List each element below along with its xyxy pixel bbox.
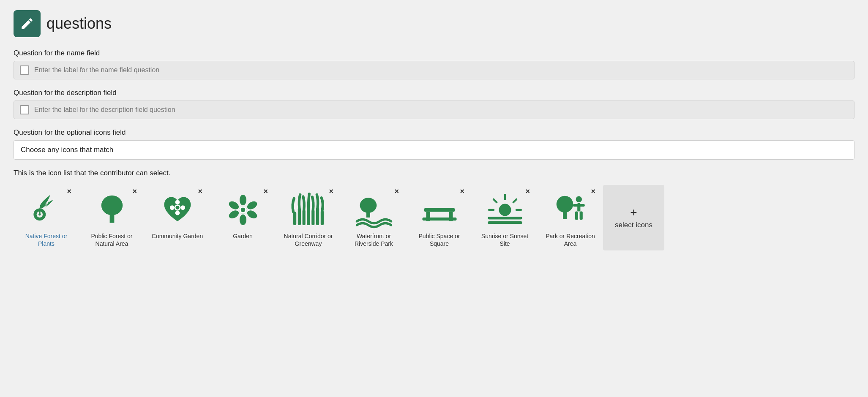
icon-list-description: This is the icon list that the contribut… [14,169,854,177]
description-field-input-row [14,101,854,119]
icon-item-garden: ×Garden [210,183,276,245]
remove-icon-public-forest[interactable]: × [132,188,137,195]
select-icons-button[interactable]: + select icons [603,185,664,250]
icon-svg-community-garden [158,191,197,229]
icon-item-native-forest: ×Native Forest or Plants [14,183,79,253]
icon-svg-garden [224,191,262,229]
icon-item-public-forest: ×Public Forest or Natural Area [79,183,145,253]
icon-label-garden: Garden [233,232,253,240]
description-field-input[interactable] [34,106,848,114]
description-field-checkbox[interactable] [20,105,29,114]
icons-field-input-row [14,140,854,160]
remove-icon-public-space[interactable]: × [460,188,464,195]
icon-list: ×Native Forest or Plants×Public Forest o… [14,183,854,253]
icon-label-waterfront: Waterfront or Riverside Park [345,232,402,247]
icon-item-park-recreation: ×Park or Recreation Area [538,183,603,253]
name-field-label: Question for the name field [14,49,854,57]
icon-item-natural-corridor: ×Natural Corridor or Greenway [276,183,341,253]
icon-label-native-forest: Native Forest or Plants [18,232,75,247]
icon-label-park-recreation: Park or Recreation Area [542,232,599,247]
remove-icon-waterfront[interactable]: × [394,188,399,195]
icon-label-public-space: Public Space or Square [411,232,468,247]
name-field-input-row [14,61,854,79]
icon-svg-native-forest [27,191,66,229]
icon-svg-sunrise [486,191,524,229]
icon-label-public-forest: Public Forest or Natural Area [83,232,140,247]
remove-icon-natural-corridor[interactable]: × [329,188,333,195]
icons-field-label: Question for the optional icons field [14,128,854,137]
icons-field-input[interactable] [21,146,847,154]
header-icon-box [14,10,41,37]
icon-svg-public-space [420,191,459,229]
icon-svg-waterfront [355,191,393,229]
remove-icon-park-recreation[interactable]: × [591,188,595,195]
remove-icon-native-forest[interactable]: × [67,188,71,195]
description-field-section: Question for the description field [14,89,854,119]
name-field-checkbox[interactable] [20,65,29,75]
select-icons-label: select icons [615,221,652,229]
icon-item-public-space: ×Public Space or Square [407,183,472,253]
remove-icon-sunrise[interactable]: × [525,188,530,195]
name-field-section: Question for the name field [14,49,854,79]
select-icons-plus: + [630,207,637,218]
icon-svg-park-recreation [551,191,590,229]
page-header: questions [14,10,854,37]
remove-icon-community-garden[interactable]: × [198,188,202,195]
icon-item-sunrise: ×Sunrise or Sunset Site [472,183,538,253]
icon-label-community-garden: Community Garden [152,232,203,240]
icon-item-waterfront: ×Waterfront or Riverside Park [341,183,407,253]
remove-icon-garden[interactable]: × [263,188,268,195]
icon-item-community-garden: ×Community Garden [145,183,210,245]
icon-label-natural-corridor: Natural Corridor or Greenway [280,232,337,247]
icon-svg-public-forest [93,191,131,229]
pencil-icon [20,16,34,31]
icons-field-section: Question for the optional icons field [14,128,854,160]
description-field-label: Question for the description field [14,89,854,97]
name-field-input[interactable] [34,66,848,74]
icon-svg-natural-corridor [289,191,328,229]
icon-label-sunrise: Sunrise or Sunset Site [476,232,533,247]
page-title: questions [46,15,112,33]
